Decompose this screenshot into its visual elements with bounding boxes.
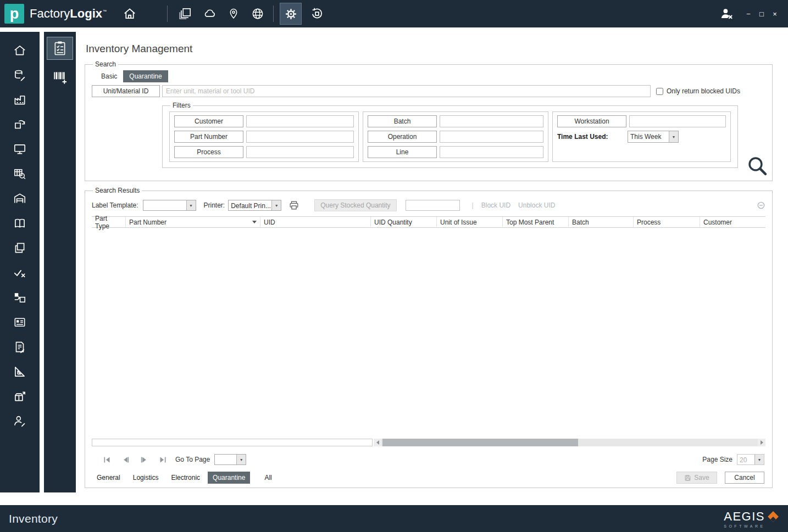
unit-uid-input[interactable] (162, 85, 651, 97)
minimize-button[interactable]: − (743, 10, 754, 18)
shipping-icon (13, 389, 27, 404)
cloud-nav-button[interactable] (197, 3, 221, 25)
column-header-unit-of-issue[interactable]: Unit of Issue (437, 217, 503, 227)
last-page-button[interactable] (159, 456, 167, 463)
column-header-uid-quantity[interactable]: UID Quantity (371, 217, 437, 227)
column-header-part-type[interactable]: Part Type (92, 217, 126, 227)
remove-row-button[interactable] (757, 201, 765, 210)
sidebar-item-home[interactable] (7, 38, 32, 63)
reset-nav-button[interactable] (307, 3, 328, 25)
part-number-filter-input[interactable] (246, 131, 354, 143)
location-nav-button[interactable] (221, 3, 246, 25)
next-page-button[interactable] (141, 456, 148, 463)
part-number-filter-button[interactable]: Part Number (174, 131, 243, 143)
line-filter-input[interactable] (440, 146, 543, 158)
print-button[interactable] (288, 200, 300, 211)
tab-all[interactable]: All (259, 472, 276, 484)
scroll-right-button[interactable] (758, 439, 765, 446)
only-blocked-checkbox[interactable] (656, 88, 663, 95)
inventory-operations-icon (52, 40, 68, 57)
line-filter-button[interactable]: Line (368, 146, 437, 158)
globe-nav-button[interactable] (246, 3, 270, 25)
tab-quarantine-bottom[interactable]: Quarantine (208, 472, 250, 484)
label-template-select[interactable]: ▼ (143, 200, 196, 211)
close-button[interactable]: × (769, 10, 780, 18)
sidebar-item-records[interactable] (7, 310, 32, 334)
home-nav-button[interactable] (119, 3, 141, 25)
process-filter-input[interactable] (246, 146, 354, 158)
sidebar-item-grid-search[interactable] (7, 162, 32, 186)
column-header-batch[interactable]: Batch (569, 217, 634, 227)
main-content: Inventory Management Search Basic Quaran… (77, 32, 788, 492)
column-header-top-most-parent[interactable]: Top Most Parent (503, 217, 569, 227)
subsidebar-item-inventory-operations-selected[interactable] (47, 37, 73, 59)
save-button[interactable]: Save (676, 472, 717, 484)
workstation-filter-input[interactable] (629, 115, 726, 127)
sidebar-item-engineering[interactable] (7, 360, 32, 384)
printer-select[interactable]: Default Prin... ▼ (228, 200, 281, 211)
sidebar-item-support[interactable] (7, 409, 32, 433)
frozen-scroll-strip[interactable] (92, 439, 373, 446)
operation-filter-input[interactable] (440, 131, 543, 143)
cancel-button[interactable]: Cancel (725, 472, 764, 484)
sidebar-item-document-edit[interactable] (7, 335, 32, 359)
user-logout-button[interactable] (719, 7, 734, 21)
prev-page-button[interactable] (122, 456, 129, 463)
records-icon (13, 315, 27, 329)
block-uid-button[interactable]: Block UID (481, 201, 510, 209)
inventory-icon (13, 68, 27, 82)
customer-filter-input[interactable] (246, 115, 354, 127)
sidebar-item-returns[interactable] (7, 113, 32, 137)
column-header-part-number[interactable]: Part Number (126, 217, 260, 227)
subsidebar-item-add-barcode[interactable] (47, 66, 73, 88)
column-header-process[interactable]: Process (634, 217, 700, 227)
first-page-button[interactable] (103, 456, 110, 463)
unit-material-id-button[interactable]: Unit/Material ID (92, 85, 160, 97)
only-blocked-checkbox-group: Only return blocked UIDs (656, 87, 740, 95)
printer-label: Printer: (204, 201, 225, 209)
cloud-icon (202, 7, 217, 21)
scroll-left-button[interactable] (374, 439, 381, 446)
tab-logistics[interactable]: Logistics (128, 472, 164, 484)
tab-general[interactable]: General (92, 472, 125, 484)
hscrollbar-track[interactable] (381, 439, 758, 446)
sidebar-item-warehouse[interactable] (7, 187, 32, 211)
maximize-button[interactable]: □ (756, 10, 767, 18)
result-type-tabs: General Logistics Electronic Quarantine … (92, 471, 765, 484)
sidebar-item-copy[interactable] (7, 236, 32, 260)
sidebar-item-verification[interactable] (7, 261, 32, 285)
column-header-customer[interactable]: Customer (700, 217, 765, 227)
sidebar-item-inventory[interactable] (7, 63, 32, 87)
sidebar-item-documentation[interactable] (7, 211, 32, 236)
settings-nav-button-selected[interactable] (280, 3, 301, 24)
query-stocked-quantity-button[interactable]: Query Stocked Quantity (314, 199, 396, 211)
copy-pages-icon (178, 7, 192, 21)
column-header-uid[interactable]: UID (260, 217, 371, 227)
search-tabs: Basic Quarantine (95, 70, 765, 82)
customer-filter-button[interactable]: Customer (174, 115, 243, 127)
operation-filter-button[interactable]: Operation (368, 131, 437, 143)
sidebar-item-production[interactable] (7, 88, 32, 112)
filter-column-2: Batch Operation Line (363, 111, 548, 162)
search-button[interactable] (746, 154, 768, 178)
tab-basic[interactable]: Basic (95, 70, 123, 82)
workstation-filter-button[interactable]: Workstation (557, 115, 626, 127)
page-size-label: Page Size (702, 456, 732, 463)
batch-filter-input[interactable] (440, 115, 543, 127)
documents-nav-button[interactable] (173, 3, 197, 25)
reset-icon (310, 7, 324, 21)
unblock-uid-button[interactable]: Unblock UID (518, 201, 555, 209)
hscrollbar-thumb[interactable] (382, 439, 578, 446)
go-to-page-select[interactable]: ▼ (214, 454, 246, 465)
page-size-select[interactable]: 20 ▼ (737, 454, 764, 465)
sidebar-item-workstation[interactable] (7, 137, 32, 161)
sidebar-item-shipping[interactable] (7, 384, 32, 408)
tab-quarantine[interactable]: Quarantine (123, 70, 168, 82)
time-last-used-select[interactable]: This Week ▼ (628, 131, 679, 143)
stocked-quantity-input[interactable] (406, 200, 460, 211)
sidebar-item-transfer[interactable] (7, 285, 32, 310)
process-filter-button[interactable]: Process (174, 146, 243, 158)
batch-filter-button[interactable]: Batch (368, 115, 437, 127)
tab-electronic[interactable]: Electronic (166, 472, 205, 484)
page-size-value: 20 (737, 455, 754, 464)
